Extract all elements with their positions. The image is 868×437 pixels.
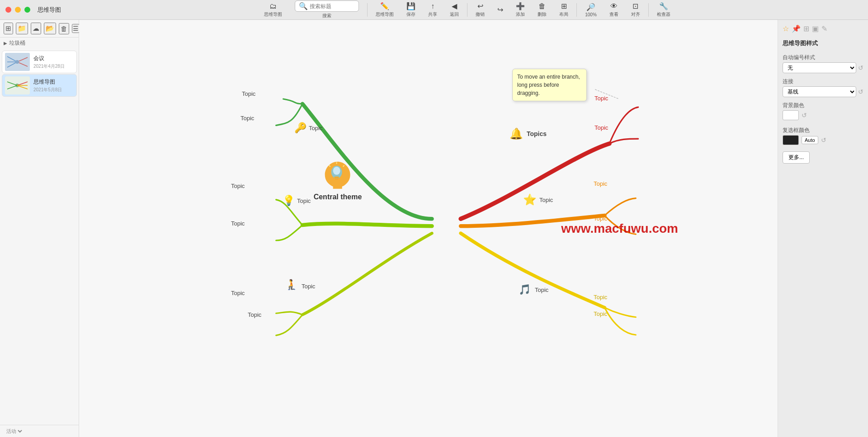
- toolbar-layout[interactable]: ⊞ 布局: [553, 2, 575, 18]
- svg-point-16: [333, 167, 340, 175]
- toolbar-share[interactable]: ↑ 共享: [422, 2, 443, 18]
- sidebar-grid-view-button[interactable]: ⊞: [4, 23, 13, 34]
- central-icon: [320, 155, 356, 191]
- inspector-icon: 🔧: [659, 2, 668, 10]
- panel-favorites: ☆ 📌 ⊞ ▣ ✎: [783, 24, 863, 33]
- toolbar-undo[interactable]: ↩ 撤销: [469, 2, 491, 18]
- toolbar-view[interactable]: 👁 查看: [603, 2, 625, 18]
- restore-reset-icon[interactable]: ↺: [821, 136, 826, 144]
- dancer-icon: 🧎: [285, 279, 297, 291]
- topic-label-tr7: Topic: [535, 287, 548, 293]
- save-icon: 💾: [406, 2, 415, 10]
- mindmap-date: 2021年5月8日: [33, 87, 62, 93]
- topic-label-tr2: Topic: [594, 95, 608, 102]
- connection-label: 连接: [783, 78, 863, 85]
- topic-label-tl3: Topic: [309, 125, 322, 132]
- panel-connection-section: 连接 基线 ↺: [783, 78, 863, 97]
- undo-label: 撤销: [476, 11, 485, 18]
- topic-label-tr5: Topic: [594, 180, 607, 187]
- toolbar-save[interactable]: 💾 保存: [400, 2, 422, 18]
- mindmap-icon: 🗂: [269, 2, 277, 10]
- sidebar-footer-select[interactable]: 活动: [5, 428, 24, 434]
- more-button[interactable]: 更多...: [783, 151, 810, 164]
- separator4: [648, 3, 649, 17]
- sidebar-trash-section[interactable]: ▶ 垃圾桶: [0, 38, 79, 49]
- close-button[interactable]: [5, 7, 11, 13]
- sidebar-menu-button[interactable]: ☰: [72, 24, 80, 33]
- share-icon: ↑: [431, 2, 434, 10]
- bulb-icon: 💡: [283, 195, 295, 207]
- restore-color-picker[interactable]: [783, 135, 799, 145]
- sidebar-items: 会议 2021年4月28日 思维: [0, 49, 79, 425]
- connection-reset-icon[interactable]: ↺: [858, 88, 863, 95]
- topic-label-tr8: Topic: [594, 294, 607, 301]
- right-panel: ☆ 📌 ⊞ ▣ ✎ 思维导图样式 自动编号样式 无 ↺ 连接 基线: [778, 20, 868, 437]
- toolbar-mindmap[interactable]: 🗂 思维导图: [258, 2, 288, 18]
- search-bar[interactable]: 🔍: [295, 0, 359, 12]
- toolbar-delete[interactable]: 🗑 删除: [531, 2, 553, 18]
- auto-numbering-select[interactable]: 无: [783, 62, 856, 73]
- toolbar-search-group[interactable]: 🔍 搜索: [288, 0, 365, 19]
- restore-auto-button[interactable]: Auto: [802, 136, 818, 144]
- trash-arrow-icon: ▶: [4, 41, 7, 46]
- restore-color-label: 复选框颜色: [783, 127, 863, 134]
- fav-edit-button[interactable]: ✎: [821, 24, 827, 33]
- toolbar-redo[interactable]: ↪: [491, 5, 509, 14]
- layout-icon: ⊞: [561, 2, 567, 10]
- mindmap-thumbnail: [5, 76, 30, 94]
- fav-box-button[interactable]: ▣: [812, 24, 819, 33]
- maximize-button[interactable]: [24, 7, 30, 13]
- sidebar-folder-button[interactable]: 📁: [16, 23, 28, 34]
- toolbar-back[interactable]: ◀ 返回: [443, 2, 465, 18]
- share-label: 共享: [428, 11, 437, 18]
- sidebar-item-meeting[interactable]: 会议 2021年4月28日: [2, 51, 77, 73]
- topic-label-tr3: Topic: [594, 124, 608, 131]
- toolbar-add[interactable]: ➕ 添加: [509, 2, 531, 18]
- save-label: 保存: [406, 11, 415, 18]
- zoom-icon: 🔎: [586, 3, 595, 11]
- titlebar: 思维导图 🗂 思维导图 🔍 搜索 ✏️ 思维导图 💾 保存 ↑: [0, 0, 868, 20]
- toolbar-zoom[interactable]: 🔎 100%: [579, 3, 603, 17]
- minimize-button[interactable]: [15, 7, 21, 13]
- mindmap-svg: [79, 20, 778, 437]
- sidebar-item-mindmap[interactable]: 思维导图 2021年5月8日: [2, 74, 77, 97]
- fav-star-button[interactable]: ☆: [783, 24, 789, 33]
- auto-numbering-reset-icon[interactable]: ↺: [858, 64, 863, 71]
- topic-label-tr1: Topics: [527, 130, 547, 137]
- search-icon: 🔍: [299, 2, 308, 10]
- separator2: [467, 3, 467, 17]
- align-icon: ⊡: [632, 2, 638, 10]
- search-label: 搜索: [322, 13, 331, 19]
- bg-color-reset-icon[interactable]: ↺: [802, 112, 807, 119]
- panel-bg-color-section: 背景颜色 ↺: [783, 102, 863, 122]
- sidebar-trash-button[interactable]: 🗑: [59, 23, 69, 34]
- redo-icon: ↪: [497, 5, 503, 14]
- bell-icon: 🔔: [509, 127, 523, 140]
- mindmap-name: 思维导图: [33, 78, 62, 86]
- app-title: 思维导图: [38, 6, 61, 14]
- window-controls: [5, 7, 30, 13]
- bg-color-picker[interactable]: [783, 110, 799, 120]
- canvas-area[interactable]: Central theme To move an entire branch, …: [79, 20, 778, 437]
- fav-pin-button[interactable]: 📌: [792, 24, 801, 33]
- separator1: [367, 3, 368, 17]
- fav-grid-button[interactable]: ⊞: [803, 24, 809, 33]
- toolbar-edit[interactable]: ✏️ 思维导图: [369, 2, 400, 18]
- tooltip-text: To move an entire branch, long press bef…: [517, 74, 580, 96]
- search-input[interactable]: [310, 3, 355, 9]
- toolbar-align[interactable]: ⊡ 对齐: [625, 2, 646, 18]
- sidebar-new-folder-button[interactable]: 📂: [44, 23, 56, 34]
- topic-label-tr9: Topic: [594, 310, 607, 317]
- sidebar-cloud-button[interactable]: ☁: [31, 23, 41, 34]
- toolbar-inspector[interactable]: 🔧 检查器: [651, 2, 677, 18]
- connection-select[interactable]: 基线: [783, 86, 856, 97]
- central-node[interactable]: Central theme: [314, 155, 362, 201]
- edit-icon: ✏️: [380, 2, 389, 10]
- topic-label-tl9: Topic: [248, 311, 261, 318]
- bg-color-label: 背景颜色: [783, 102, 863, 109]
- delete-icon: 🗑: [538, 2, 546, 10]
- add-label: 添加: [516, 11, 525, 18]
- delete-label: 删除: [538, 11, 547, 18]
- back-icon: ◀: [452, 2, 457, 10]
- panel-auto-numbering-section: 自动编号样式 无 ↺: [783, 54, 863, 73]
